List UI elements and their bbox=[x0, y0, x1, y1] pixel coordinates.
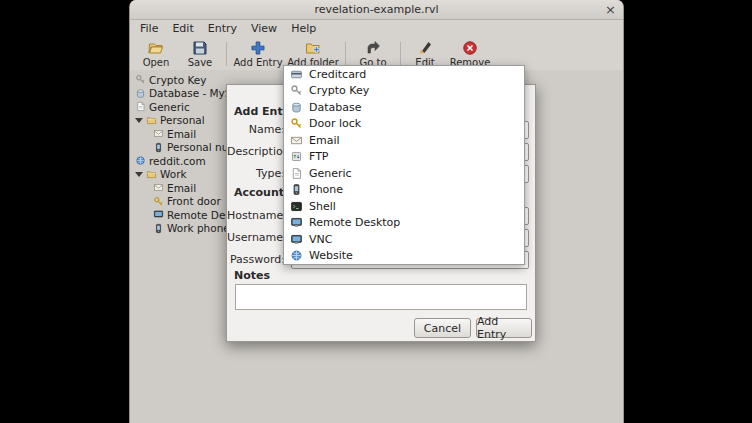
description-label: Description: bbox=[227, 143, 285, 161]
open-button-label: Open bbox=[143, 57, 170, 68]
screen: revelation-example.rvl × File Edit Entry… bbox=[0, 0, 752, 423]
menu-item-label: VNC bbox=[309, 233, 332, 246]
door-lock-icon bbox=[153, 196, 164, 207]
phone-icon bbox=[153, 223, 164, 234]
vnc-icon bbox=[290, 233, 303, 246]
menu-item-label: Creditcard bbox=[309, 68, 366, 81]
toolbar-separator bbox=[345, 42, 346, 66]
username-label: Username: bbox=[227, 229, 285, 247]
tree-item-label: Email bbox=[167, 182, 196, 194]
add-folder-button[interactable]: Add folder bbox=[285, 39, 341, 69]
email-icon bbox=[153, 128, 164, 139]
add-entry-icon bbox=[250, 40, 266, 56]
email-icon bbox=[153, 182, 164, 193]
menu-item-label: Door lock bbox=[309, 117, 361, 130]
password-label: Password: bbox=[227, 251, 285, 269]
phone-icon bbox=[153, 142, 164, 153]
remote-desktop-icon bbox=[290, 216, 303, 229]
close-icon[interactable]: × bbox=[605, 0, 616, 19]
open-icon bbox=[148, 40, 164, 56]
tree-item-label: Email bbox=[167, 128, 196, 140]
menu-item-label: Remote Desktop bbox=[309, 216, 400, 229]
goto-icon bbox=[365, 40, 381, 56]
remove-icon bbox=[462, 40, 478, 56]
menu-item-generic[interactable]: Generic bbox=[284, 165, 524, 182]
toolbar-separator bbox=[226, 42, 227, 66]
expander-icon[interactable] bbox=[135, 118, 143, 123]
shell-icon bbox=[290, 200, 303, 213]
folder-icon bbox=[146, 169, 157, 180]
name-label: Name: bbox=[227, 121, 285, 139]
add-entry-button-label: Add Entry bbox=[233, 57, 282, 68]
menu-item-email[interactable]: Email bbox=[284, 132, 524, 149]
notes-input[interactable] bbox=[235, 284, 527, 310]
tree-item-label: Work bbox=[160, 168, 187, 180]
tree-item-label: Work phone bbox=[167, 222, 230, 234]
edit-icon bbox=[417, 40, 433, 56]
cancel-button[interactable]: Cancel bbox=[414, 318, 471, 338]
menu-view[interactable]: View bbox=[244, 21, 284, 36]
edit-button[interactable]: Edit bbox=[405, 39, 445, 69]
key-icon bbox=[135, 74, 146, 85]
menu-item-label: FTP bbox=[309, 150, 329, 163]
menu-entry[interactable]: Entry bbox=[201, 21, 244, 36]
menu-item-label: Shell bbox=[309, 200, 336, 213]
notes-heading: Notes bbox=[234, 269, 270, 282]
expander-icon[interactable] bbox=[135, 172, 143, 177]
website-icon bbox=[290, 249, 303, 262]
menu-item-website[interactable]: Website bbox=[284, 248, 524, 265]
tree-item-label: Crypto Key bbox=[149, 74, 206, 86]
remove-button[interactable]: Remove bbox=[445, 39, 495, 69]
menu-file[interactable]: File bbox=[133, 21, 165, 36]
add-entry-confirm-button[interactable]: Add Entry bbox=[476, 318, 532, 338]
hostname-label: Hostname: bbox=[227, 207, 285, 225]
menu-item-label: Phone bbox=[309, 183, 343, 196]
save-button[interactable]: Save bbox=[178, 39, 222, 69]
website-icon bbox=[135, 155, 146, 166]
menu-item-ftp[interactable]: FTP bbox=[284, 149, 524, 166]
menu-item-label: Website bbox=[309, 249, 353, 262]
goto-button[interactable]: Go to bbox=[350, 39, 396, 69]
menu-help[interactable]: Help bbox=[284, 21, 323, 36]
toolbar-separator bbox=[400, 42, 401, 66]
tree-item-label: Front door bbox=[167, 195, 221, 207]
tree-item-label: Generic bbox=[149, 101, 190, 113]
menu-item-label: Generic bbox=[309, 167, 352, 180]
menu-item-door-lock[interactable]: Door lock bbox=[284, 116, 524, 133]
database-icon bbox=[290, 101, 303, 114]
key-icon bbox=[290, 84, 303, 97]
email-icon bbox=[290, 134, 303, 147]
save-button-label: Save bbox=[188, 57, 213, 68]
type-dropdown-menu: Creditcard Crypto Key Database Door lock… bbox=[283, 65, 525, 265]
ftp-icon bbox=[290, 150, 303, 163]
menu-item-database[interactable]: Database bbox=[284, 99, 524, 116]
add-folder-icon bbox=[305, 40, 321, 56]
titlebar[interactable]: revelation-example.rvl × bbox=[130, 0, 623, 20]
menu-edit[interactable]: Edit bbox=[165, 21, 200, 36]
database-icon bbox=[135, 88, 146, 99]
menu-item-phone[interactable]: Phone bbox=[284, 182, 524, 199]
save-icon bbox=[192, 40, 208, 56]
tree-item-label: reddit.com bbox=[149, 155, 206, 167]
add-entry-button[interactable]: Add Entry bbox=[231, 39, 285, 69]
menu-item-crypto-key[interactable]: Crypto Key bbox=[284, 83, 524, 100]
menu-item-remote-desktop[interactable]: Remote Desktop bbox=[284, 215, 524, 232]
generic-icon bbox=[135, 101, 146, 112]
folder-icon bbox=[146, 115, 157, 126]
menu-item-label: Email bbox=[309, 134, 340, 147]
menu-item-label: Crypto Key bbox=[309, 84, 369, 97]
door-lock-icon bbox=[290, 117, 303, 130]
phone-icon bbox=[290, 183, 303, 196]
menu-item-creditcard[interactable]: Creditcard bbox=[284, 66, 524, 83]
menu-item-label: Database bbox=[309, 101, 362, 114]
remote-desktop-icon bbox=[153, 209, 164, 220]
window-title: revelation-example.rvl bbox=[314, 3, 438, 16]
generic-icon bbox=[290, 167, 303, 180]
type-label: Type: bbox=[227, 165, 285, 183]
tree-item-label: Personal bbox=[160, 114, 205, 126]
open-button[interactable]: Open bbox=[134, 39, 178, 69]
menubar: File Edit Entry View Help bbox=[130, 20, 623, 37]
creditcard-icon bbox=[290, 68, 303, 81]
menu-item-vnc[interactable]: VNC bbox=[284, 231, 524, 248]
menu-item-shell[interactable]: Shell bbox=[284, 198, 524, 215]
